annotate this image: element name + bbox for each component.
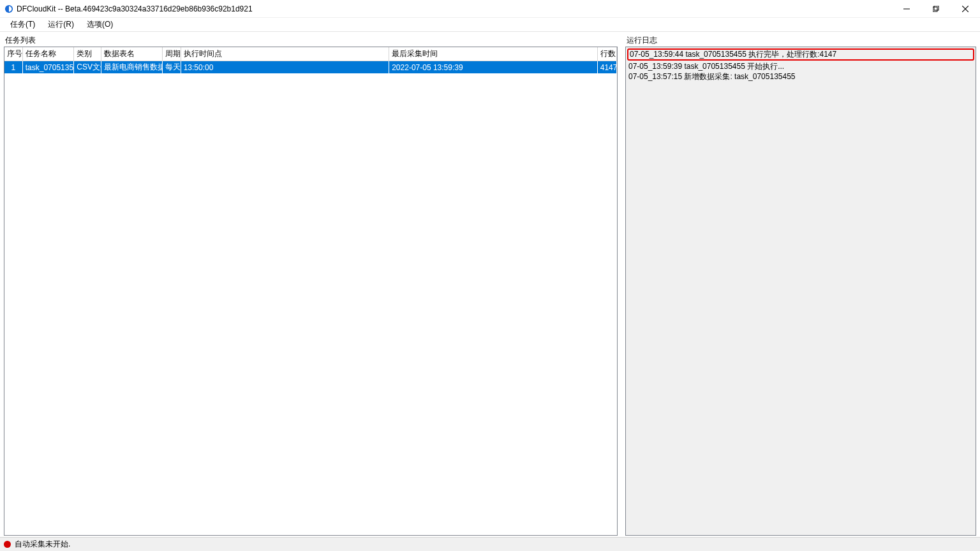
svg-rect-1 bbox=[934, 6, 939, 10]
task-table[interactable]: 序号 任务名称 类别 数据表名 周期 执行时间点 最后采集时间 行数 1 tas… bbox=[4, 47, 617, 73]
cell-name: task_0705135455 bbox=[22, 61, 74, 74]
log-panel: 运行日志 07-05_13:59:44 task_0705135455 执行完毕… bbox=[625, 34, 976, 536]
close-button[interactable] bbox=[951, 0, 980, 18]
cell-table: 最新电商销售数据_csv bbox=[101, 61, 163, 74]
cell-rows: 4147 bbox=[597, 61, 616, 74]
svg-rect-0 bbox=[933, 7, 937, 11]
window-controls bbox=[892, 0, 980, 18]
menu-run[interactable]: 运行(R) bbox=[41, 18, 80, 31]
log-line[interactable]: 07-05_13:57:15 新增数据采集: task_0705135455 bbox=[626, 71, 976, 82]
menu-options[interactable]: 选项(O) bbox=[80, 18, 119, 31]
status-indicator-icon bbox=[4, 541, 11, 548]
window-title: DFCloudKit -- Beta.469423c9a30324a33716d… bbox=[17, 4, 253, 13]
table-header-row: 序号 任务名称 类别 数据表名 周期 执行时间点 最后采集时间 行数 bbox=[4, 47, 617, 61]
col-header-rows[interactable]: 行数 bbox=[597, 47, 616, 61]
titlebar: DFCloudKit -- Beta.469423c9a30324a33716d… bbox=[0, 0, 980, 18]
col-header-period[interactable]: 周期 bbox=[163, 47, 181, 61]
menu-task[interactable]: 任务(T) bbox=[4, 18, 41, 31]
log-body[interactable]: 07-05_13:59:44 task_0705135455 执行完毕，处理行数… bbox=[625, 47, 976, 536]
statusbar: 自动采集未开始. bbox=[0, 537, 980, 551]
app-icon bbox=[4, 4, 14, 14]
status-text: 自动采集未开始. bbox=[15, 539, 70, 550]
col-header-table[interactable]: 数据表名 bbox=[101, 47, 163, 61]
menubar: 任务(T) 运行(R) 选项(O) bbox=[0, 18, 980, 32]
task-list-title: 任务列表 bbox=[4, 34, 618, 47]
table-row[interactable]: 1 task_0705135455 CSV文件 最新电商销售数据_csv 每天 … bbox=[4, 61, 617, 74]
cell-last-collect: 2022-07-05 13:59:39 bbox=[389, 61, 598, 74]
minimize-button[interactable] bbox=[892, 0, 921, 18]
cell-seq: 1 bbox=[4, 61, 22, 74]
cell-exec-time: 13:50:00 bbox=[181, 61, 389, 74]
log-line-highlighted[interactable]: 07-05_13:59:44 task_0705135455 执行完毕，处理行数… bbox=[627, 48, 974, 61]
col-header-seq[interactable]: 序号 bbox=[4, 47, 22, 61]
task-list-panel: 任务列表 序号 任务名称 类别 数据表名 周期 执行时间点 最后采集时间 行数 bbox=[4, 34, 618, 536]
content-area: 任务列表 序号 任务名称 类别 数据表名 周期 执行时间点 最后采集时间 行数 bbox=[0, 32, 980, 537]
col-header-category[interactable]: 类别 bbox=[74, 47, 101, 61]
col-header-name[interactable]: 任务名称 bbox=[22, 47, 74, 61]
log-title: 运行日志 bbox=[625, 34, 976, 47]
cell-category: CSV文件 bbox=[74, 61, 101, 74]
log-line[interactable]: 07-05_13:59:39 task_0705135455 开始执行... bbox=[626, 61, 976, 71]
col-header-last-collect[interactable]: 最后采集时间 bbox=[389, 47, 598, 61]
maximize-button[interactable] bbox=[921, 0, 951, 18]
task-list-body: 序号 任务名称 类别 数据表名 周期 执行时间点 最后采集时间 行数 1 tas… bbox=[4, 47, 618, 536]
col-header-exec-time[interactable]: 执行时间点 bbox=[181, 47, 389, 61]
cell-period: 每天 bbox=[163, 61, 181, 74]
